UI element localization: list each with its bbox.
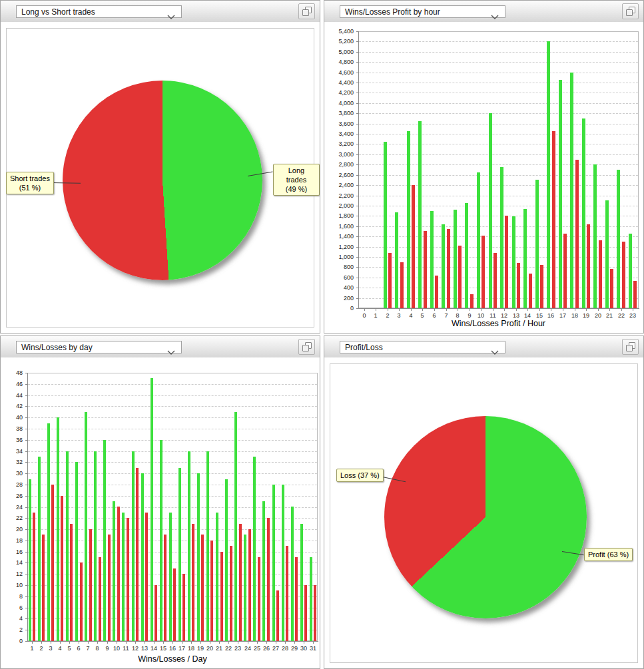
x-tick xyxy=(266,642,267,644)
x-tick xyxy=(154,642,155,644)
x-tick xyxy=(376,309,376,311)
y-tick-label: 26 xyxy=(1,493,23,499)
y-tick-label: 3,400 xyxy=(324,130,354,137)
bar-loss xyxy=(552,131,555,308)
y-axis-line xyxy=(27,373,28,642)
x-tick xyxy=(41,642,42,644)
y-tick-label: 32 xyxy=(1,459,23,465)
x-tick-label: 31 xyxy=(305,645,320,652)
bar-loss xyxy=(493,253,497,308)
pie-callout-long-trades: Long trades (49 %) xyxy=(273,164,320,196)
panel-header: Profit/Loss xyxy=(324,336,643,358)
duplicate-chart-button[interactable] xyxy=(298,3,315,19)
bar-win xyxy=(262,501,265,641)
bar-win xyxy=(384,142,387,308)
bar-loss xyxy=(517,263,520,308)
y-tick-label: 2,600 xyxy=(324,172,354,178)
bar-win xyxy=(160,440,162,641)
pie-long-vs-short xyxy=(63,81,262,280)
y-tick-label: 2,400 xyxy=(324,182,354,188)
panel-wins-losses-by-day: Wins/Losses by day 024681012141618202224… xyxy=(0,335,320,669)
bar-loss xyxy=(435,276,438,308)
y-tick-label: 24 xyxy=(1,504,23,511)
gridline xyxy=(359,134,638,134)
x-tick xyxy=(388,309,388,311)
x-tick xyxy=(551,309,551,311)
y-tick-label: 14 xyxy=(1,559,23,566)
y-axis-line xyxy=(358,31,359,309)
duplicate-chart-button[interactable] xyxy=(622,3,639,19)
x-tick xyxy=(470,309,470,311)
x-tick xyxy=(481,309,482,311)
x-tick xyxy=(200,642,201,644)
bar-loss xyxy=(192,524,194,641)
y-tick-label: 3,600 xyxy=(324,120,354,127)
bar-loss xyxy=(33,513,35,641)
y-tick-label: 36 xyxy=(1,437,23,443)
bar-win xyxy=(489,113,492,308)
y-tick-label: 10 xyxy=(1,582,23,588)
y-tick-label: 48 xyxy=(1,369,23,376)
x-tick xyxy=(294,642,295,644)
bar-loss xyxy=(610,269,613,308)
bar-win xyxy=(300,524,303,641)
x-tick xyxy=(313,642,314,644)
y-tick-label: 3,200 xyxy=(324,140,354,147)
y-tick-label: 4,200 xyxy=(324,89,354,96)
y-tick-label: 18 xyxy=(1,537,23,544)
chart-type-dropdown[interactable]: Wins/Losses Profit by hour xyxy=(340,5,505,18)
y-tick-label: 1,400 xyxy=(324,233,354,240)
bar-loss xyxy=(210,541,213,641)
chart-type-dropdown[interactable]: Wins/Losses by day xyxy=(16,341,182,353)
gridline xyxy=(359,124,638,124)
bar-loss xyxy=(412,185,415,308)
x-tick xyxy=(527,309,528,311)
bar-loss xyxy=(155,585,157,641)
x-tick xyxy=(446,309,447,311)
x-tick xyxy=(399,309,400,311)
chart-type-dropdown[interactable]: Profit/Loss xyxy=(340,341,505,353)
bar-win xyxy=(141,473,144,641)
gridline xyxy=(359,93,638,93)
x-tick xyxy=(107,642,108,644)
bar-loss xyxy=(286,546,288,641)
bar-win xyxy=(253,457,256,641)
panel-profit-loss: Profit/Loss Loss (37 %) Profit (63 %) xyxy=(324,335,644,669)
bar-loss xyxy=(458,246,462,308)
bar-loss xyxy=(145,513,148,641)
bar-win xyxy=(57,417,59,641)
y-tick-label: 5,000 xyxy=(324,49,354,55)
bar-win xyxy=(477,172,480,308)
bar-loss xyxy=(482,236,485,308)
y-tick-label: 4,800 xyxy=(324,59,354,65)
gridline xyxy=(28,406,317,407)
bar-win xyxy=(94,451,97,641)
x-tick xyxy=(172,642,173,644)
x-tick xyxy=(60,642,61,644)
bar-loss xyxy=(239,524,242,641)
y-tick-label: 4,000 xyxy=(324,100,354,107)
duplicate-chart-button[interactable] xyxy=(298,339,315,355)
duplicate-window-icon xyxy=(302,7,312,16)
duplicate-chart-button[interactable] xyxy=(622,339,639,355)
y-tick-label: 6 xyxy=(1,604,23,611)
y-tick-label: 600 xyxy=(324,274,354,281)
bar-win xyxy=(197,473,200,641)
gridline xyxy=(28,440,317,441)
bar-win xyxy=(523,209,527,308)
gridline xyxy=(28,417,317,418)
gridline xyxy=(359,41,638,42)
pie-callout-profit: Profit (63 %) xyxy=(584,548,633,561)
dropdown-value: Wins/Losses Profit by hour xyxy=(345,7,440,17)
bar-win xyxy=(512,216,515,308)
bar-loss xyxy=(201,535,204,641)
y-tick-label: 400 xyxy=(324,284,354,291)
bar-win xyxy=(234,412,237,641)
bar-win xyxy=(103,440,106,641)
chart-type-dropdown[interactable]: Long vs Short trades xyxy=(16,5,182,18)
bar-loss xyxy=(182,574,185,641)
duplicate-window-icon xyxy=(302,342,312,351)
gridline xyxy=(359,103,638,104)
y-tick-label: 3,800 xyxy=(324,110,354,116)
y-tick-label: 42 xyxy=(1,403,23,409)
